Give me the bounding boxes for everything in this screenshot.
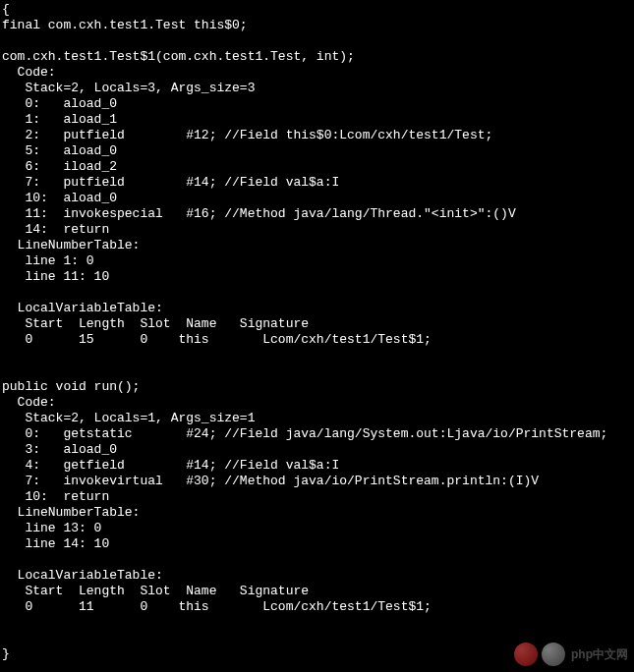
watermark-dot-left [514, 643, 538, 666]
watermark-text: php中文网 [571, 646, 628, 662]
terminal-output: { final com.cxh.test1.Test this$0; com.c… [2, 2, 632, 662]
watermark-dot-right [542, 643, 565, 666]
watermark: php中文网 [514, 643, 628, 666]
